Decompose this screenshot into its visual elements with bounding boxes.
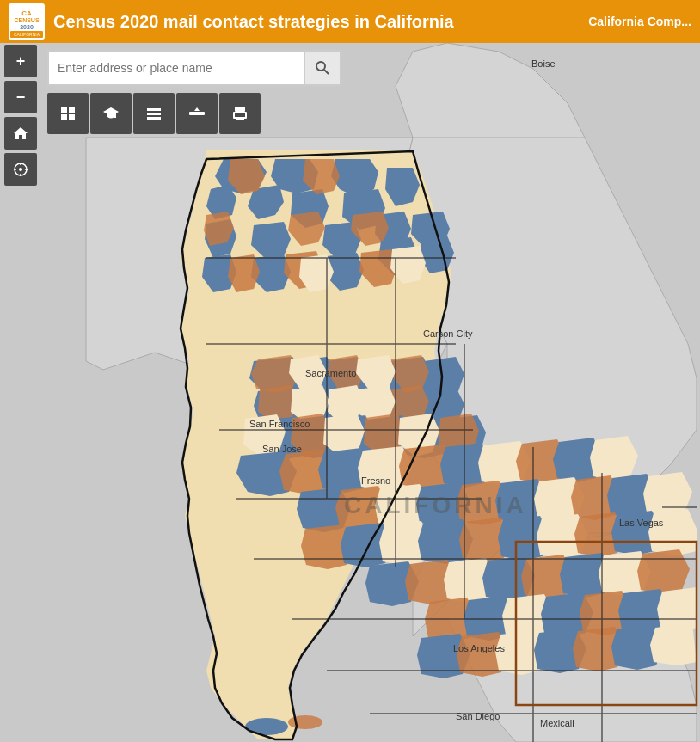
search-input[interactable] [47, 50, 305, 86]
header: CA CENSUS 2020 CALIFORNIA Census 2020 ma… [0, 0, 700, 43]
svg-rect-49 [236, 117, 244, 120]
zoom-in-button[interactable]: + [4, 45, 37, 77]
svg-rect-34 [61, 114, 67, 120]
svg-rect-38 [147, 108, 161, 111]
locate-button[interactable] [4, 153, 37, 186]
search-bar [47, 50, 341, 86]
svg-text:2020: 2020 [20, 24, 34, 30]
svg-rect-41 [189, 112, 205, 115]
zoom-out-button[interactable]: − [4, 81, 37, 113]
svg-rect-40 [147, 117, 161, 120]
header-title: Census 2020 mail contact strategies in C… [53, 12, 588, 32]
search-button[interactable] [305, 50, 341, 86]
svg-text:CENSUS: CENSUS [14, 17, 40, 23]
toolbar: + − [0, 43, 41, 187]
svg-rect-32 [61, 107, 67, 113]
svg-rect-33 [69, 107, 75, 113]
svg-rect-46 [235, 107, 245, 112]
widget-toolbar [47, 93, 262, 134]
svg-point-30 [316, 62, 325, 71]
svg-text:CA: CA [21, 9, 32, 17]
svg-rect-37 [114, 112, 116, 118]
layer-list-button[interactable] [133, 93, 175, 134]
svg-text:CALIFORNIA: CALIFORNIA [14, 32, 40, 37]
svg-rect-35 [69, 114, 75, 120]
about-button[interactable] [90, 93, 132, 134]
svg-line-31 [324, 70, 329, 74]
svg-point-2 [288, 715, 322, 729]
print-button[interactable] [219, 93, 261, 134]
svg-point-25 [19, 168, 22, 171]
census-logo: CA CENSUS 2020 CALIFORNIA [9, 3, 45, 40]
measure-button[interactable] [176, 93, 218, 134]
svg-rect-39 [147, 113, 161, 115]
header-right-text: California Comp... [588, 15, 691, 28]
legend-button[interactable] [47, 93, 89, 134]
svg-point-50 [243, 113, 245, 115]
home-button[interactable] [4, 117, 37, 150]
